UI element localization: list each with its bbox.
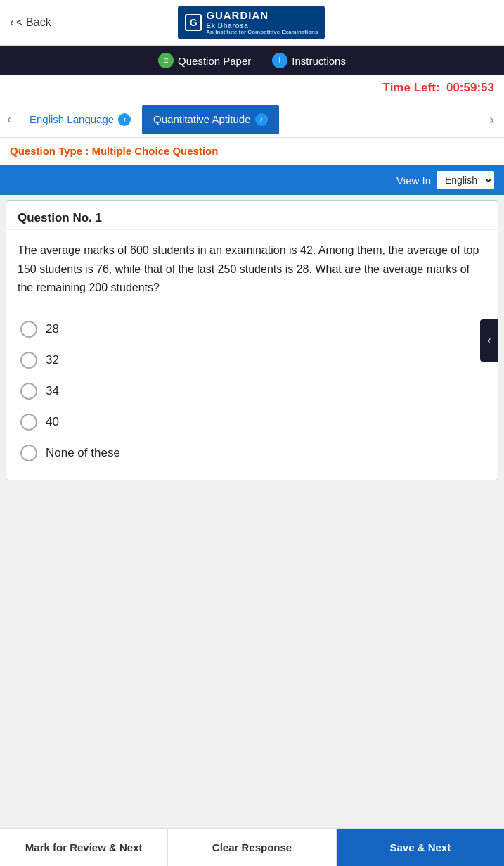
tab-quant[interactable]: Quantitative Aptitude i (142, 105, 278, 134)
header: ‹ < Back G GUARDIAN Ek Bharosa An Instit… (0, 0, 504, 46)
option-row-4[interactable]: 40 (18, 407, 486, 438)
toolbar: ≡ Question Paper i Instructions (0, 46, 504, 75)
timer-value: 00:59:53 (446, 81, 494, 94)
back-chevron-icon: ‹ (10, 16, 13, 29)
tab-english-info-icon[interactable]: i (118, 113, 131, 126)
option-label-1: 28 (46, 322, 59, 336)
paper-icon: ≡ (158, 53, 174, 68)
tab-english[interactable]: English Language i (18, 105, 142, 134)
timer-bar: Time Left: 00:59:53 (0, 75, 504, 101)
option-radio-5[interactable] (20, 445, 37, 461)
tab-english-label: English Language (30, 113, 114, 125)
question-type-label: Question Type : Multiple Choice Question (10, 145, 218, 157)
timer-label: Time Left: (383, 81, 440, 94)
back-label: < Back (16, 16, 51, 29)
back-button[interactable]: ‹ < Back (10, 16, 51, 29)
logo-sub: Ek Bharosa (206, 22, 318, 30)
tab-nav-left[interactable]: ‹ (0, 102, 18, 136)
viewin-select[interactable]: English Hindi (437, 171, 494, 189)
bottom-bar: Mark for Review & Next Clear Response Sa… (0, 828, 504, 866)
option-radio-4[interactable] (20, 414, 37, 431)
options-area: 28 32 34 40 None of these (6, 308, 498, 480)
option-row-2[interactable]: 32 (18, 345, 486, 376)
option-row-5[interactable]: None of these (18, 438, 486, 469)
tab-quant-label: Quantitative Aptitude (153, 113, 250, 125)
save-next-button[interactable]: Save & Next (337, 829, 504, 866)
tab-nav-right[interactable]: › (479, 101, 504, 137)
tab-quant-info-icon[interactable]: i (255, 113, 268, 126)
option-label-5: None of these (46, 446, 120, 460)
question-paper-button[interactable]: ≡ Question Paper (158, 53, 251, 68)
option-row-1[interactable]: 28 (18, 314, 486, 345)
option-label-4: 40 (46, 415, 59, 429)
mark-review-button[interactable]: Mark for Review & Next (0, 829, 168, 866)
option-label-2: 32 (46, 353, 59, 367)
viewin-bar: View In English Hindi (0, 165, 504, 195)
info-circle-icon: i (272, 53, 287, 68)
option-radio-1[interactable] (20, 321, 37, 338)
question-number: Question No. 1 (6, 201, 498, 230)
option-row-3[interactable]: 34 (18, 376, 486, 407)
clear-response-button[interactable]: Clear Response (168, 829, 336, 866)
option-radio-3[interactable] (20, 383, 37, 400)
question-text: The average marks of 600 students in an … (6, 230, 498, 308)
side-panel-handle[interactable]: ‹ (480, 319, 498, 362)
question-type-bar: Question Type : Multiple Choice Question (0, 138, 504, 165)
logo-box: G GUARDIAN Ek Bharosa An Institute for C… (178, 6, 325, 39)
option-radio-2[interactable] (20, 352, 37, 369)
option-label-3: 34 (46, 384, 59, 398)
instructions-label: Instructions (292, 55, 346, 67)
viewin-label: View In (396, 174, 431, 186)
shield-icon: G (185, 14, 202, 31)
question-card: Question No. 1 The average marks of 600 … (6, 200, 498, 480)
logo-main: GUARDIAN (206, 10, 318, 22)
side-chevron-icon: ‹ (487, 334, 491, 347)
instructions-button[interactable]: i Instructions (272, 53, 346, 68)
logo-area: G GUARDIAN Ek Bharosa An Institute for C… (178, 6, 325, 39)
tabs-bar: ‹ English Language i Quantitative Aptitu… (0, 101, 504, 138)
question-paper-label: Question Paper (178, 55, 251, 67)
logo-tagline: An Institute for Competitive Examination… (206, 30, 318, 36)
logo-text: GUARDIAN Ek Bharosa An Institute for Com… (206, 10, 318, 35)
